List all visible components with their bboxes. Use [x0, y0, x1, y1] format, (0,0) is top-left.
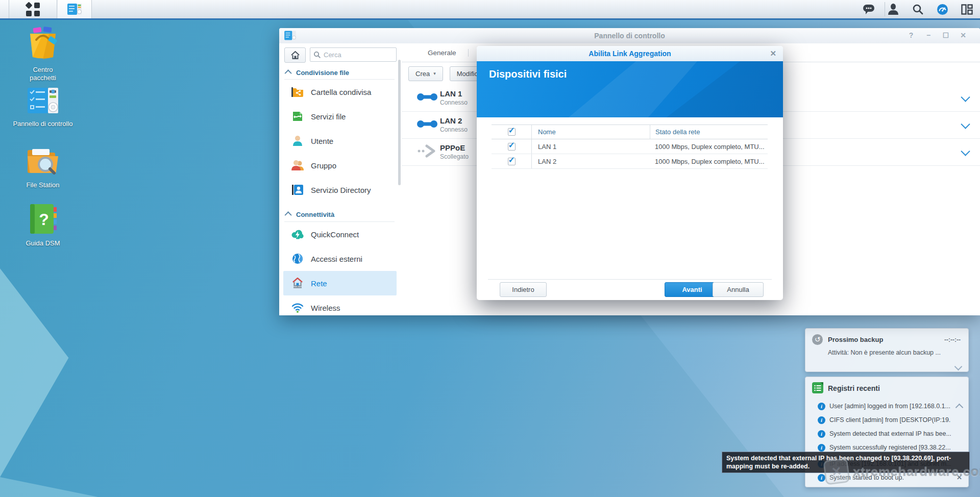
chevron-up-icon[interactable] [955, 404, 964, 412]
row-checkbox[interactable] [508, 158, 516, 165]
sidebar-item-directory-service[interactable]: Servizio Directory [283, 178, 397, 202]
sidebar-item-label: Servizio Directory [311, 186, 371, 194]
sidebar-scrollbar-thumb[interactable] [398, 60, 401, 185]
button-label: Indietro [512, 286, 534, 293]
dialog-title: Abilita Link Aggregation [477, 49, 783, 58]
sidebar-item-file-services[interactable]: Servizi file [283, 104, 397, 129]
chevron-down-icon[interactable] [961, 92, 970, 102]
user-icon[interactable] [887, 3, 899, 15]
sidebar-item-external-access[interactable]: Accessi esterni [283, 246, 397, 271]
desktop-icon-label: Guida DSM [2, 239, 84, 247]
search-input[interactable] [310, 47, 397, 62]
desktop-icon-control-panel[interactable]: Pannello di controllo [2, 86, 84, 128]
window-titlebar[interactable]: Pannello di controllo ? − ☐ ✕ [279, 28, 980, 44]
sidebar-item-label: QuickConnect [311, 230, 359, 239]
sidebar-item-label: Wireless [311, 304, 340, 312]
chevron-down-icon[interactable] [961, 119, 970, 129]
logs-icon [812, 382, 823, 393]
pppoe-disconnected-icon [416, 144, 440, 160]
chevron-down-icon[interactable] [954, 363, 963, 371]
widgets-icon[interactable] [961, 3, 973, 15]
table-row[interactable]: LAN 1 1000 Mbps, Duplex completo, MTU... [492, 139, 768, 154]
desktop-icon-package-center[interactable]: Centro pacchetti [2, 27, 84, 83]
globe-icon [291, 253, 304, 265]
sidebar-item-group[interactable]: Gruppo [283, 153, 397, 178]
log-text: User [admin] logged in from [192.168.0.1… [829, 403, 951, 410]
minimize-button[interactable]: − [925, 31, 932, 39]
chat-icon[interactable] [863, 3, 875, 15]
svg-text:?: ? [39, 210, 49, 229]
desktop-icon-label: Centro pacchetti [21, 66, 65, 83]
button-label: Avanti [682, 286, 702, 293]
sidebar-item-user[interactable]: Utente [283, 129, 397, 153]
next-button[interactable]: Avanti [665, 282, 720, 297]
chevron-up-icon [285, 69, 292, 77]
log-text: CIFS client [admin] from [DESKTOP(IP:19.… [829, 416, 951, 424]
dialog-titlebar: Abilita Link Aggregation ✕ [477, 46, 783, 62]
sidebar-item-wireless[interactable]: Wireless [283, 295, 397, 315]
log-item: System started to boot up. ✕ [805, 471, 968, 485]
info-icon [818, 403, 825, 410]
desktop-icon-file-station[interactable]: File Station [2, 145, 84, 189]
close-button[interactable]: ✕ [960, 31, 967, 39]
column-header-network-status[interactable]: Stato della rete [650, 125, 768, 139]
sidebar-item-shared-folder[interactable]: Cartella condivisa [283, 80, 397, 104]
sidebar-item-label: Cartella condivisa [311, 88, 371, 96]
devices-table: Nome Stato della rete LAN 1 1000 Mbps, D… [492, 125, 768, 169]
table-header-row: Nome Stato della rete [492, 125, 768, 139]
system-health-icon[interactable] [936, 3, 948, 15]
sidebar-section-file-sharing[interactable]: Condivisione file [279, 66, 402, 79]
main-menu-button[interactable] [9, 0, 57, 18]
search-icon [313, 51, 321, 58]
taskbar-control-panel-tile[interactable] [57, 0, 92, 18]
select-all-checkbox[interactable] [508, 128, 516, 136]
maximize-button[interactable]: ☐ [942, 31, 949, 39]
tab-general[interactable]: Generale [416, 43, 468, 62]
close-icon[interactable]: ✕ [770, 49, 776, 58]
backup-time: --:--:-- [944, 336, 961, 343]
lan-connected-icon [416, 90, 440, 106]
device-name: LAN 2 [531, 154, 650, 168]
backup-refresh-icon: ↺ [812, 334, 823, 345]
sidebar-item-label: Utente [311, 137, 333, 145]
section-label: Connettività [296, 211, 334, 218]
section-label: Condivisione file [296, 69, 349, 77]
sidebar-item-network[interactable]: Rete [283, 271, 397, 295]
back-button[interactable]: Indietro [500, 282, 547, 297]
interface-status: Connesso [440, 126, 468, 134]
sidebar-section-connectivity[interactable]: Connettività [279, 202, 402, 221]
create-button[interactable]: Crea ▾ [408, 66, 443, 81]
sidebar-item-quickconnect[interactable]: QuickConnect [283, 222, 397, 246]
backup-widget: ↺ Prossimo backup --:--:-- Attività: Non… [805, 328, 969, 372]
column-header-name[interactable]: Nome [531, 125, 650, 139]
cancel-button[interactable]: Annulla [713, 282, 764, 297]
button-label: Crea [415, 70, 430, 78]
home-button[interactable] [284, 47, 306, 63]
desktop-icon-dsm-help[interactable]: ? Guida DSM [2, 203, 84, 247]
taskbar [0, 0, 980, 20]
dsm-help-icon: ? [28, 203, 58, 235]
chevron-up-icon [285, 211, 292, 218]
sidebar: Condivisione file Cartella condivisa [279, 43, 402, 315]
user-icon [291, 135, 304, 147]
log-tooltip: System detected that external IP has bee… [722, 452, 970, 473]
interface-status: Scollegato [440, 153, 469, 161]
wifi-icon [291, 302, 304, 314]
package-center-icon [26, 27, 60, 61]
directory-service-icon [291, 184, 304, 196]
row-checkbox[interactable] [508, 143, 516, 151]
info-icon [818, 430, 825, 438]
home-icon [291, 51, 300, 59]
interface-status: Connesso [440, 99, 468, 107]
table-row[interactable]: LAN 2 1000 Mbps, Duplex completo, MTU... [492, 154, 768, 169]
chevron-down-icon[interactable] [961, 146, 970, 156]
close-icon[interactable]: ✕ [957, 474, 962, 481]
search-icon[interactable] [912, 3, 924, 15]
file-station-icon [26, 145, 60, 177]
interface-name: PPPoE [440, 143, 469, 152]
caret-down-icon: ▾ [433, 71, 436, 76]
help-button[interactable]: ? [908, 31, 915, 39]
sidebar-item-label: Accessi esterni [311, 255, 362, 263]
sidebar-item-label: Rete [311, 279, 327, 288]
log-item: System detected that external IP has bee… [805, 427, 968, 441]
